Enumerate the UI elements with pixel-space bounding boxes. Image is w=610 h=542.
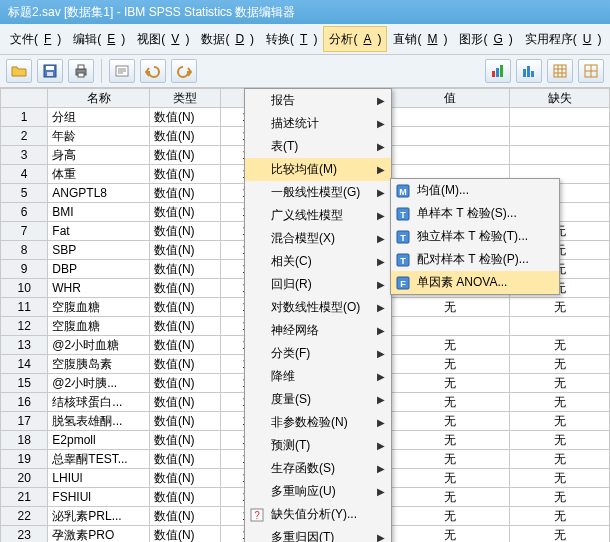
col-type[interactable]: 类型 — [149, 89, 220, 108]
menu-E[interactable]: 编辑(E) — [67, 26, 131, 52]
cell-type[interactable]: 数值(N) — [149, 393, 220, 412]
cell-missing[interactable]: 无 — [510, 469, 610, 488]
cell-name[interactable]: @2小时胰... — [48, 374, 150, 393]
row-number[interactable]: 14 — [1, 355, 48, 374]
row-number[interactable]: 2 — [1, 127, 48, 146]
row-number[interactable]: 8 — [1, 241, 48, 260]
cell-name[interactable]: ANGPTL8 — [48, 184, 150, 203]
menu-item[interactable]: T独立样本 T 检验(T)... — [391, 225, 559, 248]
menu-V[interactable]: 视图(V) — [131, 26, 195, 52]
save-icon[interactable] — [37, 59, 63, 83]
cell-type[interactable]: 数值(N) — [149, 108, 220, 127]
menu-item[interactable]: 相关(C)▶ — [245, 250, 391, 273]
cell-values[interactable]: 无 — [390, 507, 510, 526]
menu-item[interactable]: 多重归因(T)▶ — [245, 526, 391, 542]
cell-name[interactable]: 泌乳素PRL... — [48, 507, 150, 526]
row-number[interactable]: 22 — [1, 507, 48, 526]
cell-type[interactable]: 数值(N) — [149, 374, 220, 393]
row-number[interactable]: 9 — [1, 260, 48, 279]
grid-icon[interactable] — [547, 59, 573, 83]
row-number[interactable]: 7 — [1, 222, 48, 241]
col-missing[interactable]: 缺失 — [510, 89, 610, 108]
menu-item[interactable]: 降维▶ — [245, 365, 391, 388]
menu-item[interactable]: 对数线性模型(O)▶ — [245, 296, 391, 319]
menu-item[interactable]: 广义线性模型▶ — [245, 204, 391, 227]
cell-values[interactable]: 无 — [390, 526, 510, 543]
grid2-icon[interactable] — [578, 59, 604, 83]
row-number[interactable]: 1 — [1, 108, 48, 127]
cell-name[interactable]: 结核球蛋白... — [48, 393, 150, 412]
cell-name[interactable]: E2pmoll — [48, 431, 150, 450]
row-number[interactable]: 23 — [1, 526, 48, 543]
cell-type[interactable]: 数值(N) — [149, 488, 220, 507]
cell-type[interactable]: 数值(N) — [149, 298, 220, 317]
chart2-icon[interactable] — [516, 59, 542, 83]
cell-type[interactable]: 数值(N) — [149, 184, 220, 203]
cell-values[interactable]: 无 — [390, 298, 510, 317]
row-number[interactable]: 15 — [1, 374, 48, 393]
cell-missing[interactable] — [510, 108, 610, 127]
cell-missing[interactable]: 无 — [510, 450, 610, 469]
menu-item[interactable]: T配对样本 T 检验(P)... — [391, 248, 559, 271]
cell-name[interactable]: 空腹胰岛素 — [48, 355, 150, 374]
col-values[interactable]: 值 — [390, 89, 510, 108]
cell-values[interactable] — [390, 317, 510, 336]
cell-name[interactable]: BMI — [48, 203, 150, 222]
menu-item[interactable]: 预测(T)▶ — [245, 434, 391, 457]
cell-type[interactable]: 数值(N) — [149, 526, 220, 543]
cell-name[interactable]: LHIUl — [48, 469, 150, 488]
menu-item[interactable]: 非参数检验(N)▶ — [245, 411, 391, 434]
menu-item[interactable]: 描述统计▶ — [245, 112, 391, 135]
menu-F[interactable]: 文件(F) — [4, 26, 67, 52]
row-number[interactable]: 4 — [1, 165, 48, 184]
cell-values[interactable]: 无 — [390, 412, 510, 431]
menu-item[interactable]: 生存函数(S)▶ — [245, 457, 391, 480]
menu-item[interactable]: T单样本 T 检验(S)... — [391, 202, 559, 225]
cell-missing[interactable] — [510, 127, 610, 146]
open-icon[interactable] — [6, 59, 32, 83]
row-number[interactable]: 18 — [1, 431, 48, 450]
cell-name[interactable]: 体重 — [48, 165, 150, 184]
cell-missing[interactable]: 无 — [510, 507, 610, 526]
cell-values[interactable] — [390, 108, 510, 127]
cell-type[interactable]: 数值(N) — [149, 450, 220, 469]
menu-item[interactable]: ?缺失值分析(Y)... — [245, 503, 391, 526]
cell-values[interactable]: 无 — [390, 374, 510, 393]
cell-name[interactable]: DBP — [48, 260, 150, 279]
chart-icon[interactable] — [485, 59, 511, 83]
cell-name[interactable]: 分组 — [48, 108, 150, 127]
cell-name[interactable]: 总睾酮TEST... — [48, 450, 150, 469]
cell-values[interactable]: 无 — [390, 393, 510, 412]
cell-name[interactable]: 年龄 — [48, 127, 150, 146]
cell-name[interactable]: FSHIUl — [48, 488, 150, 507]
redo-icon[interactable] — [171, 59, 197, 83]
row-number[interactable]: 13 — [1, 336, 48, 355]
cell-name[interactable]: @2小时血糖 — [48, 336, 150, 355]
menu-item[interactable]: 一般线性模型(G)▶ — [245, 181, 391, 204]
menu-A[interactable]: 分析(A) — [323, 26, 387, 52]
cell-name[interactable]: 脱氢表雄酮... — [48, 412, 150, 431]
cell-type[interactable]: 数值(N) — [149, 241, 220, 260]
cell-values[interactable] — [390, 146, 510, 165]
menu-D[interactable]: 数据(D) — [195, 26, 260, 52]
cell-values[interactable]: 无 — [390, 431, 510, 450]
cell-type[interactable]: 数值(N) — [149, 165, 220, 184]
row-number[interactable]: 6 — [1, 203, 48, 222]
menu-item[interactable]: 多重响应(U)▶ — [245, 480, 391, 503]
cell-name[interactable]: SBP — [48, 241, 150, 260]
row-number[interactable]: 17 — [1, 412, 48, 431]
cell-missing[interactable]: 无 — [510, 412, 610, 431]
menu-M[interactable]: 直销(M) — [387, 26, 453, 52]
row-number[interactable]: 16 — [1, 393, 48, 412]
cell-missing[interactable]: 无 — [510, 336, 610, 355]
menu-item[interactable]: 回归(R)▶ — [245, 273, 391, 296]
menu-U[interactable]: 实用程序(U) — [519, 26, 608, 52]
menu-item[interactable]: 表(T)▶ — [245, 135, 391, 158]
cell-type[interactable]: 数值(N) — [149, 355, 220, 374]
cell-type[interactable]: 数值(N) — [149, 469, 220, 488]
cell-type[interactable]: 数值(N) — [149, 127, 220, 146]
cell-values[interactable]: 无 — [390, 469, 510, 488]
menu-item[interactable]: 比较均值(M)▶ — [245, 158, 391, 181]
menu-item[interactable]: 度量(S)▶ — [245, 388, 391, 411]
cell-values[interactable]: 无 — [390, 488, 510, 507]
